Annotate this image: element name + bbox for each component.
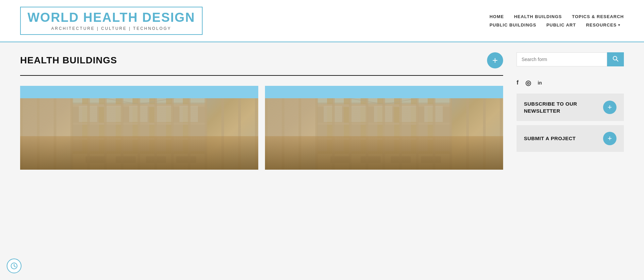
svg-rect-16 [154,106,173,122]
svg-rect-41 [349,106,367,122]
nav-item-public-art[interactable]: PUBLIC ART [546,22,576,27]
image-card-1[interactable] [20,86,258,170]
instagram-icon[interactable]: ◎ [525,79,531,87]
building-image-1 [20,86,258,170]
svg-rect-34 [394,96,400,170]
svg-rect-32 [361,96,367,170]
building-image-2 [265,86,503,170]
svg-line-52 [317,93,384,104]
nav-item-health-buildings[interactable]: HEALTH BUILDINGS [514,14,562,19]
svg-rect-33 [377,96,383,170]
svg-rect-4 [99,96,105,170]
chevron-down-icon: ▾ [618,23,620,27]
svg-rect-12 [72,138,206,140]
svg-rect-40 [324,106,342,122]
svg-rect-1 [72,86,206,103]
submit-plus-button[interactable]: + [603,132,616,145]
page-title: HEALTH BUILDINGS [20,55,117,66]
sidebar: f ◎ in SUBSCRIBE TO OURNEWSLETTER + SUBM… [517,52,624,170]
search-bar [517,52,624,66]
svg-rect-39 [317,138,451,140]
svg-rect-42 [374,106,392,122]
facebook-icon[interactable]: f [517,79,519,86]
svg-rect-20 [86,156,106,163]
search-icon [612,56,619,62]
svg-rect-19 [72,151,206,154]
svg-rect-50 [421,156,441,163]
svg-line-26 [139,93,206,104]
svg-rect-46 [317,151,451,154]
svg-rect-22 [146,156,166,163]
image-card-2[interactable] [265,86,503,170]
svg-rect-11 [72,123,206,125]
svg-rect-17 [179,106,198,122]
building-svg-1 [20,86,258,170]
svg-rect-15 [129,106,148,122]
svg-rect-47 [330,156,351,163]
logo-subtitle: ARCHITECTURE | CULTURE | TECHNOLOGY [28,26,195,31]
svg-rect-43 [399,106,418,122]
svg-line-25 [72,93,139,104]
subscribe-label: SUBSCRIBE TO OURNEWSLETTER [524,100,577,114]
nav-row-2: PUBLIC BUILDINGS PUBLIC ART RESOURCES ▾ [489,22,620,27]
svg-line-55 [616,59,618,61]
submit-label: SUBMIT A PROJECT [524,135,576,142]
svg-rect-5 [116,96,122,170]
svg-line-53 [384,93,451,104]
svg-rect-36 [428,96,434,170]
svg-rect-13 [79,106,97,122]
svg-rect-8 [166,96,172,170]
image-grid [20,86,503,170]
svg-rect-35 [411,96,417,170]
svg-rect-44 [424,106,443,122]
svg-rect-45 [317,153,451,170]
header: WORLD HEALTH DESIGN ARCHITECTURE | CULTU… [0,0,644,42]
svg-rect-9 [183,96,189,170]
divider [20,75,503,76]
svg-rect-6 [132,96,139,170]
main-nav: HOME HEALTH BUILDINGS TOPICS & RESEARCH … [489,14,624,27]
svg-rect-29 [317,103,451,106]
search-button[interactable] [607,52,624,66]
main-layout: HEALTH BUILDINGS + [0,42,644,180]
submit-widget: SUBMIT A PROJECT + [517,125,624,152]
svg-rect-21 [116,156,136,163]
svg-rect-18 [72,153,206,170]
add-button[interactable]: + [487,52,503,68]
nav-item-home[interactable]: HOME [489,14,504,19]
subscribe-plus-button[interactable]: + [603,101,616,114]
svg-rect-31 [344,96,350,170]
nav-item-topics-research[interactable]: TOPICS & RESEARCH [572,14,624,19]
svg-rect-51 [317,93,451,98]
bottom-utility-icon[interactable] [7,259,21,273]
svg-rect-14 [104,106,122,122]
nav-item-resources[interactable]: RESOURCES ▾ [586,22,620,27]
svg-rect-49 [391,156,411,163]
logo-title: WORLD HEALTH DESIGN [28,11,195,25]
svg-rect-30 [327,96,333,170]
svg-rect-27 [317,86,451,170]
svg-rect-48 [361,156,381,163]
svg-rect-37 [317,104,451,107]
building-svg-2 [265,86,503,170]
svg-rect-3 [82,96,88,170]
utility-icon [10,262,18,270]
content-area: HEALTH BUILDINGS + [20,52,503,170]
svg-rect-24 [72,93,206,98]
linkedin-icon[interactable]: in [538,80,542,86]
search-section [517,52,624,66]
svg-rect-2 [72,103,206,106]
svg-rect-7 [149,96,155,170]
logo[interactable]: WORLD HEALTH DESIGN ARCHITECTURE | CULTU… [20,7,203,35]
svg-rect-0 [72,86,206,170]
search-input[interactable] [517,52,607,66]
nav-item-public-buildings[interactable]: PUBLIC BUILDINGS [489,22,536,27]
page-header: HEALTH BUILDINGS + [20,52,503,68]
subscribe-widget: SUBSCRIBE TO OURNEWSLETTER + [517,94,624,121]
svg-rect-10 [72,104,206,107]
svg-rect-28 [317,86,451,103]
nav-row-1: HOME HEALTH BUILDINGS TOPICS & RESEARCH [489,14,624,19]
svg-rect-23 [176,156,196,163]
social-section: f ◎ in [517,75,624,94]
svg-rect-38 [317,123,451,125]
